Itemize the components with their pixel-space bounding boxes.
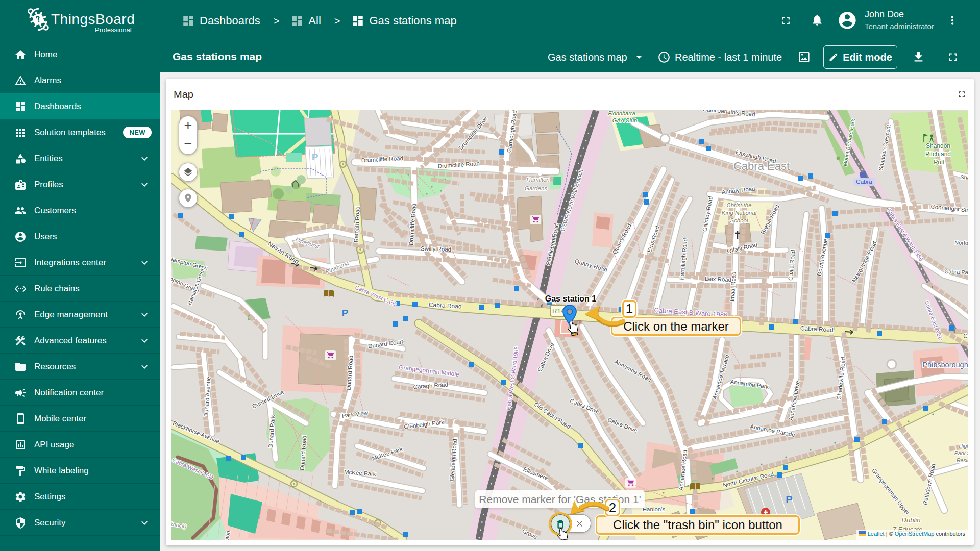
svg-text:Highfi: Highfi: [959, 443, 968, 449]
svg-text:King National: King National: [722, 210, 757, 216]
svg-text:Dublin: Dublin: [902, 516, 921, 524]
svg-text:Fionnbarra: Fionnbarra: [608, 110, 635, 116]
svg-text:Park Stu: Park Stu: [954, 450, 968, 456]
svg-text:Cabra East: Cabra East: [733, 160, 790, 172]
svg-text:Gardens: Gardens: [525, 185, 547, 191]
svg-text:Resider: Resider: [957, 457, 968, 463]
svg-text:Hamilton: Hamilton: [526, 177, 549, 183]
svg-text:Cabr: Cabr: [963, 332, 968, 340]
svg-text:P: P: [312, 152, 318, 162]
svg-text:Leix Road: Leix Road: [705, 276, 731, 283]
svg-text:School: School: [730, 217, 748, 223]
svg-text:Pitch and: Pitch and: [925, 151, 951, 158]
svg-text:P: P: [342, 308, 349, 318]
svg-text:Phibsborough: Phibsborough: [922, 361, 968, 369]
svg-text:Cabra: Cabra: [856, 179, 872, 185]
svg-text:Norfolk R: Norfolk R: [954, 239, 968, 246]
svg-text:Shandon: Shandon: [926, 142, 950, 149]
svg-text:Christ the: Christ the: [726, 202, 751, 208]
svg-text:Putt: Putt: [934, 159, 945, 166]
svg-text:Swilly Road: Swilly Road: [421, 245, 451, 253]
svg-text:GAA Club: GAA Club: [612, 117, 638, 123]
svg-text:Cabra Park: Cabra Park: [944, 268, 968, 276]
svg-text:Hanlon's: Hanlon's: [643, 506, 666, 512]
svg-text:P: P: [786, 494, 792, 505]
